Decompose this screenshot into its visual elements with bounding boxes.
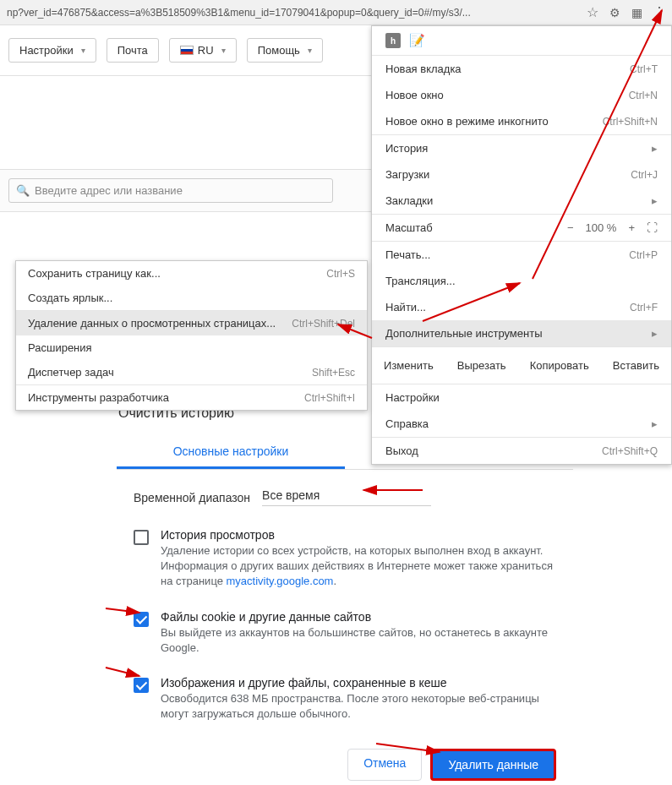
submenu-create-shortcut[interactable]: Создать ярлык... <box>16 286 367 310</box>
option-browsing-history[interactable]: История просмотров Удаление истории со в… <box>117 520 573 602</box>
menu-print[interactable]: Печать...Ctrl+P <box>372 242 671 268</box>
zoom-in-button[interactable]: + <box>628 221 635 234</box>
menu-help[interactable]: Справка <box>372 411 671 437</box>
extension-note-icon[interactable] <box>409 33 424 48</box>
menu-edit-row: Изменить Вырезать Копировать Вставить <box>372 347 671 384</box>
cut-button[interactable]: Вырезать <box>449 354 515 377</box>
myactivity-link[interactable]: myactivity.google.com <box>227 575 334 587</box>
checkbox-cached-images[interactable] <box>134 678 149 693</box>
checkbox-browsing-history[interactable] <box>134 530 149 545</box>
extension-icon-2[interactable]: ▦ <box>630 6 643 19</box>
edit-label: Изменить <box>375 354 442 377</box>
url-text: np?ver_id=476875&access=a%3B518509%3B1&m… <box>7 7 586 19</box>
menu-find[interactable]: Найти...Ctrl+F <box>372 294 671 320</box>
zoom-out-button[interactable]: − <box>567 221 574 234</box>
tab-basic[interactable]: Основные настройки <box>117 436 345 469</box>
fullscreen-icon[interactable]: ⛶ <box>647 221 658 234</box>
option-cached-images[interactable]: Изображения и другие файлы, сохраненные … <box>117 668 573 733</box>
menu-cast[interactable]: Трансляция... <box>372 268 671 294</box>
menu-new-window[interactable]: Новое окноCtrl+N <box>372 82 671 108</box>
submenu-clear-browsing-data[interactable]: Удаление данных о просмотренных страница… <box>16 311 367 335</box>
ru-flag-icon <box>180 46 194 55</box>
search-input[interactable]: 🔍 Введите адрес или название <box>8 178 333 203</box>
language-button[interactable]: RU <box>169 38 237 63</box>
cancel-button[interactable]: Отмена <box>347 749 422 781</box>
extension-h-icon[interactable]: h <box>385 33 401 48</box>
checkbox-cookies[interactable] <box>134 612 149 627</box>
bookmark-star-icon[interactable] <box>586 6 599 19</box>
delete-data-button[interactable]: Удалить данные <box>430 749 556 781</box>
menu-zoom: Масштаб − 100 % + ⛶ <box>372 215 671 241</box>
copy-button[interactable]: Копировать <box>522 354 598 377</box>
menu-bookmarks[interactable]: Закладки <box>372 188 671 214</box>
menu-exit[interactable]: ВыходCtrl+Shift+Q <box>372 438 671 464</box>
submenu-task-manager[interactable]: Диспетчер задачShift+Esc <box>16 360 367 384</box>
menu-downloads[interactable]: ЗагрузкиCtrl+J <box>372 161 671 188</box>
menu-incognito[interactable]: Новое окно в режиме инкогнитоCtrl+Shift+… <box>372 108 671 134</box>
extension-icon[interactable]: ⚙ <box>608 6 621 19</box>
more-tools-submenu: Сохранить страницу как...Ctrl+S Создать … <box>15 260 368 411</box>
menu-history[interactable]: История <box>372 135 671 161</box>
mail-button[interactable]: Почта <box>107 38 159 63</box>
time-range-label: Временной диапазон <box>134 491 250 504</box>
settings-button[interactable]: Настройки <box>8 38 96 63</box>
address-bar: np?ver_id=476875&access=a%3B518509%3B1&m… <box>0 0 672 25</box>
submenu-save-page[interactable]: Сохранить страницу как...Ctrl+S <box>16 261 367 286</box>
menu-more-tools[interactable]: Дополнительные инструменты <box>372 320 671 346</box>
option-cookies[interactable]: Файлы cookie и другие данные сайтов Вы в… <box>117 602 573 668</box>
help-button[interactable]: Помощь <box>247 38 323 63</box>
chrome-menu-icon[interactable]: ⋮ <box>652 6 665 19</box>
submenu-dev-tools[interactable]: Инструменты разработчикаCtrl+Shift+I <box>16 385 367 410</box>
time-range-select[interactable]: Все время <box>262 488 431 506</box>
menu-settings[interactable]: Настройки <box>372 384 671 411</box>
submenu-extensions[interactable]: Расширения <box>16 335 367 360</box>
chrome-main-menu: h Новая вкладкаCtrl+T Новое окноCtrl+N Н… <box>371 25 672 465</box>
menu-new-tab[interactable]: Новая вкладкаCtrl+T <box>372 56 671 82</box>
search-icon: 🔍 <box>16 184 30 197</box>
zoom-value: 100 % <box>586 221 617 234</box>
paste-button[interactable]: Вставить <box>604 354 668 377</box>
